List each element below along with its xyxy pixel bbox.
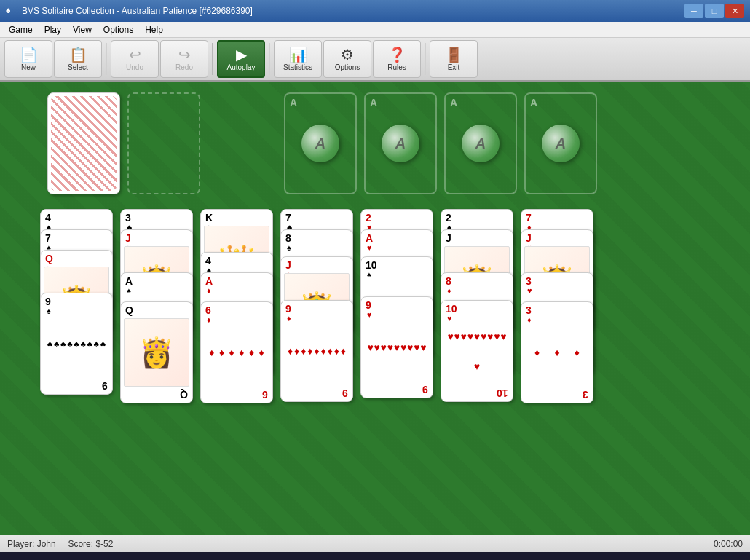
redo-button[interactable]: ↪ Redo	[160, 40, 208, 78]
status-left: Player: John Score: $-52	[7, 539, 113, 549]
foundation-1[interactable]: A A	[284, 92, 357, 194]
card-col5-4[interactable]: 9 ♥ 9 ♥♥♥ ♥♥♥ ♥♥♥	[360, 296, 433, 398]
foundation-4[interactable]: A A	[524, 92, 597, 194]
redo-label: Redo	[175, 63, 193, 71]
toolbar-sep-4	[425, 43, 426, 75]
menubar: Game Play View Options Help	[0, 22, 750, 38]
score: Score: $-52	[68, 539, 113, 549]
statusbar: Player: John Score: $-52 0:00:00	[0, 535, 750, 552]
toolbar-sep-2	[212, 43, 213, 75]
window-title: BVS Solitaire Collection - Australian Pa…	[22, 6, 684, 16]
undo-label: Undo	[126, 63, 143, 71]
select-icon: 📋	[69, 47, 87, 62]
menu-play[interactable]: Play	[39, 23, 67, 36]
exit-button[interactable]: 🚪 Exit	[430, 40, 478, 78]
card-col1-4[interactable]: 9 ♠ 9 ♠♠♠ ♠♠♠ ♠♠♠	[40, 293, 113, 395]
game-area[interactable]: A A A A A A A A 4 ♠ 4 ♠♠ ♠♠ 7 ♠ 7 Q ♥ 👸 …	[0, 82, 750, 535]
autoplay-icon: ▶	[236, 47, 247, 62]
statistics-button[interactable]: 📊 Statistics	[274, 40, 322, 78]
menu-game[interactable]: Game	[3, 23, 39, 36]
stock-pile[interactable]	[47, 92, 120, 194]
timer: 0:00:00	[714, 539, 743, 549]
statistics-label: Statistics	[283, 63, 312, 71]
undo-icon: ↩	[129, 47, 141, 62]
card-col3-4[interactable]: 6 ♦ 6 ♦♦ ♦♦ ♦♦	[200, 301, 273, 403]
maximize-button[interactable]: □	[705, 4, 724, 18]
toolbar-sep-1	[106, 43, 107, 75]
close-button[interactable]: ✕	[725, 4, 744, 18]
rules-icon: ❓	[388, 47, 406, 62]
card-col7-4[interactable]: 3 ♦ 3 ♦♦♦	[521, 301, 593, 403]
statistics-icon: 📊	[289, 47, 307, 62]
waste-pile[interactable]	[127, 92, 200, 194]
rules-button[interactable]: ❓ Rules	[373, 40, 421, 78]
toolbar-sep-3	[269, 43, 270, 75]
menu-options[interactable]: Options	[98, 23, 139, 36]
select-label: Select	[68, 63, 88, 71]
redo-icon: ↪	[178, 47, 191, 62]
minimize-button[interactable]: ─	[684, 4, 703, 18]
autoplay-button[interactable]: ▶ Autoplay	[217, 40, 265, 78]
exit-label: Exit	[448, 63, 460, 71]
toolbar: 📄 New 📋 Select ↩ Undo ↪ Redo ▶ Autoplay …	[0, 38, 750, 82]
new-label: New	[21, 63, 36, 71]
foundation-2[interactable]: A A	[364, 92, 437, 194]
player-name: Player: John	[7, 539, 56, 549]
card-col4-4[interactable]: 9 ♦ 9 ♦♦♦ ♦♦♦ ♦♦♦	[280, 300, 353, 402]
menu-help[interactable]: Help	[139, 23, 169, 36]
window-controls: ─ □ ✕	[684, 4, 744, 18]
options-icon: ⚙	[341, 47, 354, 62]
exit-icon: 🚪	[445, 47, 463, 62]
options-button[interactable]: ⚙ Options	[323, 40, 371, 78]
titlebar: ♠ BVS Solitaire Collection - Australian …	[0, 0, 750, 22]
new-icon: 📄	[20, 47, 38, 62]
rules-label: Rules	[387, 63, 406, 71]
autoplay-label: Autoplay	[227, 63, 256, 71]
foundation-3[interactable]: A A	[444, 92, 517, 194]
card-col2-4[interactable]: Q ♠ 👸 Q	[120, 301, 193, 403]
options-label: Options	[335, 63, 360, 71]
card-col6-4[interactable]: 10 ♥ 10 ♥♥♥ ♥♥♥ ♥♥♥ ♥	[441, 300, 513, 402]
select-button[interactable]: 📋 Select	[54, 40, 102, 78]
new-button[interactable]: 📄 New	[4, 40, 52, 78]
menu-view[interactable]: View	[67, 23, 98, 36]
status-right: 0:00:00	[714, 539, 743, 549]
app-icon: ♠	[6, 5, 17, 17]
undo-button[interactable]: ↩ Undo	[111, 40, 159, 78]
